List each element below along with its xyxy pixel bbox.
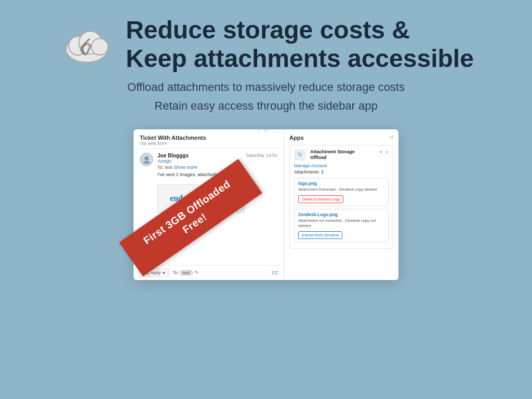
page-wrapper: Reduce storage costs & Keep attachments … xyxy=(0,0,532,399)
refresh-icon[interactable]: ↺ xyxy=(389,135,393,140)
main-title: Reduce storage costs & Keep attachments … xyxy=(126,16,474,73)
to-line: To: test Show more xyxy=(157,165,277,170)
app-title-row: 📎 Attachment StorageOffload ✦ ∧ xyxy=(294,149,389,161)
extract-from-zendesk-button[interactable]: Extract from Zendesk xyxy=(298,231,342,239)
app-name: Attachment StorageOffload xyxy=(310,149,355,161)
ticket-header: Ticket With Attachments Via web form ▽ ⏱… xyxy=(134,129,284,149)
ticket-title: Ticket With Attachments xyxy=(140,135,206,141)
edit-icon[interactable]: ✎ xyxy=(195,270,198,275)
avatar xyxy=(140,153,153,166)
attachments-count: Attachments: 3 xyxy=(294,169,389,175)
filter-icon[interactable]: ▽ xyxy=(257,129,261,133)
file-name-2[interactable]: Zendesk-Logo.png xyxy=(298,212,384,217)
svg-point-5 xyxy=(143,161,150,164)
pin-icon[interactable]: ✦ xyxy=(379,149,383,155)
cloud-paperclip-icon xyxy=(58,21,115,68)
cc-link[interactable]: CC xyxy=(272,270,278,275)
ticket-icons: ▽ ⏱ ⋮ xyxy=(257,129,277,133)
subtitle-line2: Retain easy access through the sidebar a… xyxy=(127,97,405,115)
file-entry-1: logo.png Attachment Extracted - Zendesk … xyxy=(294,178,389,206)
subtitle-block: Offload attachments to massively reduce … xyxy=(127,78,405,114)
show-more-link[interactable]: Show more xyxy=(174,165,198,170)
file-name-1[interactable]: logo.png xyxy=(298,181,384,186)
apps-title: Apps xyxy=(289,135,304,141)
delete-extracted-button[interactable]: Delete Extracted copy xyxy=(298,195,343,203)
to-test-tag[interactable]: test xyxy=(179,270,193,276)
ticket-sub: Via web form xyxy=(140,141,206,146)
svg-point-4 xyxy=(144,156,149,161)
file-status-2: Attachment not extracted - Zendesk copy … xyxy=(298,218,384,229)
to-field: To test ✎ xyxy=(173,270,198,276)
app-card: 📎 Attachment StorageOffload ✦ ∧ Manage A… xyxy=(289,145,393,249)
mock-ui-outer: First 3GB Offloaded Free! Ticket With At… xyxy=(134,129,398,280)
manage-account-link[interactable]: Manage Account xyxy=(294,163,389,168)
app-icon: 📎 xyxy=(294,149,305,161)
file-entry-2: Zendesk-Logo.png Attachment not extracte… xyxy=(294,209,389,243)
svg-point-3 xyxy=(91,38,108,55)
mock-ui-container: First 3GB Offloaded Free! Ticket With At… xyxy=(134,129,398,280)
more-icon[interactable]: ⋮ xyxy=(272,129,277,133)
clock-icon[interactable]: ⏱ xyxy=(264,129,269,133)
sender-name: Joe Blogggs xyxy=(157,153,189,158)
collapse-icon[interactable]: ∧ xyxy=(385,149,389,155)
subtitle-line1: Offload attachments to massively reduce … xyxy=(127,78,405,96)
message-time: Saturday 14:51 xyxy=(246,153,277,158)
name-row: Joe Blogggs Saturday 14:51 xyxy=(157,153,277,158)
apps-header: Apps ↺ xyxy=(289,135,393,141)
assign-link[interactable]: Assign xyxy=(157,158,277,164)
app-actions: ✦ ∧ xyxy=(379,149,389,155)
apps-panel: Apps ↺ 📎 Attachment StorageOffload ✦ ∧ xyxy=(284,129,398,280)
file-status-1: Attachment Extracted - Zendesk copy dele… xyxy=(298,187,384,192)
dropdown-arrow-icon: ▾ xyxy=(163,270,165,275)
header-row: Reduce storage costs & Keep attachments … xyxy=(58,16,474,73)
message-row: Joe Blogggs Saturday 14:51 Assign To: te… xyxy=(134,149,284,181)
